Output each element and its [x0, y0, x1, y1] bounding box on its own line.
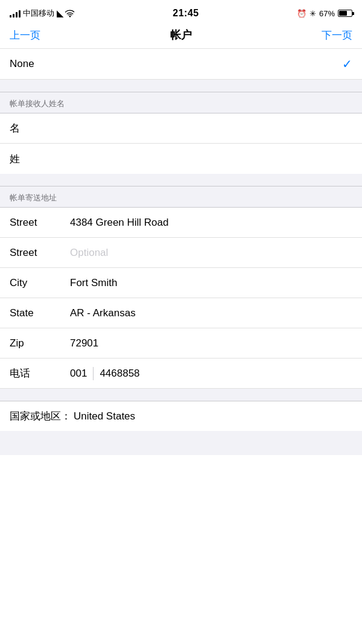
country-row[interactable]: 国家或地区： United States: [0, 401, 362, 431]
last-name-row[interactable]: 姓: [0, 144, 362, 174]
last-name-label: 姓: [10, 152, 64, 166]
alarm-icon: ⏰: [297, 9, 306, 18]
checkmark-icon: ✓: [342, 57, 352, 71]
wifi-icon-svg: [65, 10, 75, 18]
city-value: Fort Smith: [64, 277, 352, 289]
street1-row[interactable]: Street 4384 Green Hill Road: [0, 208, 362, 238]
carrier-name: 中国移动: [23, 8, 54, 19]
billing-address-section-header: 帐单寄送地址: [0, 186, 362, 208]
billing-name-header-label: 帐单接收人姓名: [10, 99, 65, 108]
first-name-label: 名: [10, 121, 64, 135]
phone-row[interactable]: 电话 001 4468858: [0, 359, 362, 389]
phone-values: 001 4468858: [64, 367, 352, 380]
battery-icon: [338, 10, 352, 17]
street2-row[interactable]: Street Optional: [0, 238, 362, 268]
phone-number: 4468858: [100, 368, 139, 380]
wifi-icon: ◣︎: [57, 8, 64, 19]
street1-value: 4384 Green Hill Road: [64, 217, 352, 229]
nav-bar: 上一页 帐户 下一页: [0, 24, 362, 49]
billing-address-group: Street 4384 Green Hill Road Street Optio…: [0, 208, 362, 389]
phone-country-code: 001: [70, 368, 87, 380]
section-gap-3: [0, 389, 362, 401]
street2-value: Optional: [64, 247, 352, 259]
billing-address-header-label: 帐单寄送地址: [10, 193, 57, 202]
status-bar-left: 中国移动 ◣︎: [10, 8, 75, 19]
country-value: United States: [71, 410, 135, 422]
zip-label: Zip: [10, 337, 64, 349]
state-label: State: [10, 307, 64, 319]
city-label: City: [10, 277, 64, 289]
prev-page-button[interactable]: 上一页: [10, 28, 40, 42]
none-label: None: [10, 58, 34, 70]
signal-icon: [10, 10, 21, 18]
phone-divider: [93, 367, 94, 380]
zip-value: 72901: [64, 337, 352, 349]
none-row[interactable]: None ✓: [0, 49, 362, 80]
city-row[interactable]: City Fort Smith: [0, 268, 362, 298]
country-label: 国家或地区：: [10, 409, 71, 423]
street1-label: Street: [10, 217, 64, 229]
phone-label: 电话: [10, 366, 64, 380]
bluetooth-icon: ✳: [310, 9, 316, 18]
first-name-row[interactable]: 名: [0, 113, 362, 144]
zip-row[interactable]: Zip 72901: [0, 328, 362, 359]
page-title: 帐户: [170, 28, 192, 42]
battery-percent: 67%: [319, 9, 335, 18]
street2-label: Street: [10, 247, 64, 259]
billing-name-group: 名 姓: [0, 113, 362, 174]
status-bar-right: ⏰ ✳ 67%: [297, 9, 352, 18]
state-row[interactable]: State AR - Arkansas: [0, 298, 362, 328]
status-bar: 中国移动 ◣︎ 21:45 ⏰ ✳ 67%: [0, 0, 362, 24]
state-value: AR - Arkansas: [64, 307, 352, 319]
section-gap-1: [0, 80, 362, 92]
billing-name-section-header: 帐单接收人姓名: [0, 92, 362, 113]
status-bar-time: 21:45: [173, 8, 198, 19]
section-gap-2: [0, 174, 362, 186]
next-page-button[interactable]: 下一页: [322, 28, 352, 42]
bottom-gap: [0, 431, 362, 455]
